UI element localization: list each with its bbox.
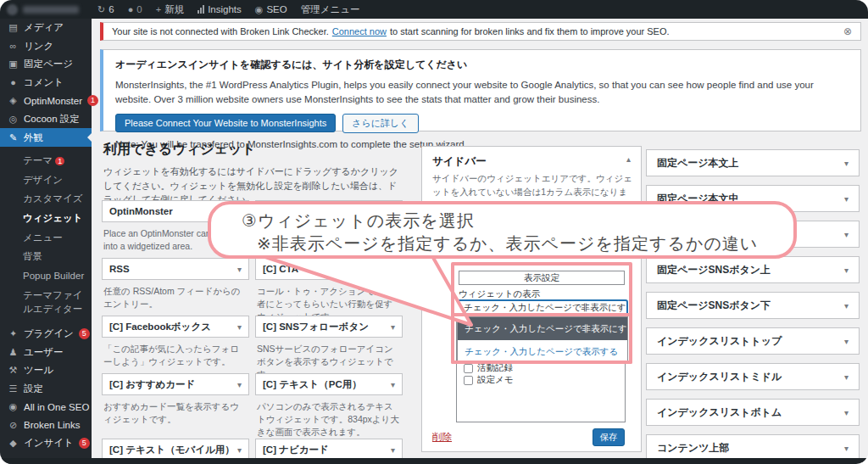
chevron-down-icon: ▾ — [237, 322, 242, 332]
widget-card-header[interactable]: [C] Facebookボックス ▾ — [102, 316, 249, 338]
sidebar-menu-item[interactable]: ♟ ユーザー — [0, 344, 92, 362]
sidebar-menu-item[interactable]: ✦ プラグイン 5 — [0, 325, 92, 344]
widget-card-title: [C] SNSフォローボタン — [263, 321, 369, 333]
notice-text-after: to start scanning for broken links and f… — [390, 26, 670, 36]
callout-line2: ※非表示ページを指定するか、表示ページを指定するかの違い — [242, 232, 793, 255]
seo-gear-icon: ◉ — [255, 4, 264, 15]
checkbox-icon[interactable] — [464, 376, 473, 385]
chevron-down-icon: ▾ — [844, 159, 849, 168]
widget-card-header[interactable]: [C] CTA ▾ — [255, 258, 403, 280]
appearance-submenu-item[interactable]: 背景 — [0, 247, 92, 266]
appearance-submenu-item[interactable]: テーマ 1 — [0, 151, 92, 171]
appearance-submenu: テーマ 1 デザイン カスタマイズ ウィジェット — [0, 147, 92, 325]
sidebar-menu-item[interactable]: ◎ Cocoon 設定 — [0, 110, 92, 129]
site-name-blurred[interactable] — [23, 6, 79, 14]
updates-menu[interactable]: ↻ 6 — [97, 4, 114, 15]
sidebar-menu-item[interactable]: ● コメント — [0, 74, 92, 92]
connect-now-link[interactable]: Connect now — [332, 26, 387, 36]
widget-display-select[interactable]: チェック・入力したページで非表示にする ∨ — [457, 299, 628, 316]
seo-menu[interactable]: ◉ SEO — [255, 4, 287, 15]
plus-icon: + — [156, 4, 161, 14]
chevron-down-icon: ▾ — [844, 301, 849, 310]
widget-area-accordion[interactable]: 固定ページ本文上 ▾ — [646, 149, 860, 176]
cocoon-icon: ◎ — [8, 114, 19, 125]
broken-links-icon: ⊘ — [8, 420, 19, 431]
dismiss-notice-icon[interactable]: ⊗ — [843, 25, 852, 37]
submenu-item-label: ウィジェット — [23, 213, 83, 223]
widget-area-title: 固定ページ本文上 — [657, 156, 739, 171]
checkbox-row[interactable]: 設定メモ — [464, 374, 514, 386]
submenu-item-label: メニュー — [23, 232, 63, 243]
chevron-down-icon: ▾ — [844, 230, 849, 239]
monsterinsights-body: MonsterInsights, the #1 WordPress Analyt… — [115, 78, 849, 108]
appearance-submenu-item[interactable]: テーマファイルエディター — [0, 286, 92, 319]
submenu-item-label: テーマ — [23, 155, 53, 165]
appearance-icon: ✎ — [8, 132, 19, 143]
settings-icon: ☰ — [8, 383, 19, 394]
select-options-dropdown: チェック・入力したページで非表示にする チェック・入力したページで表示する — [457, 316, 628, 364]
widget-area-accordion[interactable]: 固定ページSNSボタン下 ▾ — [646, 292, 860, 319]
sidebar-menu-item[interactable]: ◆ インサイト 5 — [0, 434, 92, 453]
sidebar-menu-item[interactable]: ▣ 固定ページ — [0, 55, 92, 74]
widget-area-accordion[interactable]: 固定ページSNSボタン上 ▾ — [646, 256, 860, 283]
learn-more-button[interactable]: さらに詳しく — [342, 114, 418, 133]
widget-area-accordion[interactable]: インデックスリストボトム ▾ — [646, 399, 860, 426]
select-option[interactable]: チェック・入力したページで表示する — [458, 340, 627, 363]
widget-card-header[interactable]: [C] SNSフォローボタン ▾ — [255, 316, 403, 338]
widget-card-header[interactable]: RSS ▾ — [102, 258, 249, 280]
widget-card: [C] SNSフォローボタン ▾ SNSサービスのフォローアイコンボタンを表示す… — [255, 316, 403, 373]
sidebar-menu-item[interactable]: ◉ All in One SEO — [0, 398, 92, 416]
sidebar-panel-title: サイドバー — [432, 154, 487, 169]
checkbox-icon[interactable] — [464, 364, 473, 373]
chevron-down-icon: ▾ — [237, 265, 242, 274]
insights-menu[interactable]: Insights — [198, 4, 242, 14]
sidebar-menu-item[interactable]: ▤ メディア — [0, 19, 92, 37]
sidebar-item-appearance[interactable]: ✎ 外観 — [0, 128, 92, 147]
appearance-submenu-item[interactable]: デザイン — [0, 171, 92, 190]
widget-card-header[interactable]: [C] テキスト（PC用） ▾ — [255, 373, 403, 395]
notice-text-before: Your site is not connected with Broken L… — [112, 26, 329, 36]
widget-card-title: [C] ナビカード — [263, 444, 329, 456]
widget-area-title: 固定ページSNSボタン上 — [657, 263, 771, 277]
chevron-down-icon: ▾ — [844, 266, 849, 275]
appearance-submenu-item[interactable]: メニュー — [0, 228, 92, 248]
widget-area-accordion[interactable]: インデックスリストミドル ▾ — [646, 363, 860, 390]
widget-display-label: ウィジェットの表示 — [459, 288, 540, 300]
save-button[interactable]: 保存 — [593, 428, 625, 446]
sidebar-menu-item[interactable]: ◈ OptinMonster 1 — [0, 92, 92, 110]
appearance-submenu-item[interactable]: Popup Builder — [0, 266, 92, 286]
sidebar-menu-item[interactable]: ⊘ Broken Links — [0, 416, 92, 435]
admin-menu-item[interactable]: 管理メニュー — [301, 3, 360, 16]
sidebar-menu-item[interactable]: ⚒ ツール — [0, 361, 92, 380]
window-bottom-frame — [0, 458, 868, 464]
appearance-submenu-item[interactable]: カスタマイズ — [0, 189, 92, 209]
widget-card: [C] おすすめカード ▾ おすすめカード一覧を表示するウィジェットです。 — [102, 373, 249, 439]
connect-monsterinsights-button[interactable]: Please Connect Your Website to MonsterIn… — [115, 114, 336, 132]
widget-card: RSS ▾ 任意の RSS/Atom フィードからのエントリー。 — [102, 258, 249, 316]
widget-card-description: おすすめカード一覧を表示するウィジェットです。 — [102, 400, 249, 426]
admin-bar: ↻ 6 ● 0 + 新規 Insights ◉ SEO 管理メニュー — [0, 0, 868, 19]
menu-item-label: 設定 — [24, 383, 43, 395]
checkbox-row[interactable]: 活動記録 — [464, 362, 513, 374]
widget-card-header[interactable]: [C] おすすめカード ▾ — [102, 373, 249, 395]
callout-line1: ③ウィジェットの表示を選択 — [242, 210, 793, 232]
new-menu[interactable]: + 新規 — [156, 3, 184, 16]
widget-card-title: [C] おすすめカード — [109, 378, 195, 391]
sidebar-menu-item[interactable]: ☰ 設定 — [0, 380, 92, 399]
menu-item-label: All in One SEO — [24, 402, 89, 412]
collapse-up-icon[interactable]: ▴ — [626, 154, 631, 164]
widget-area-accordion[interactable]: インデックスリストトップ ▾ — [646, 327, 860, 355]
appearance-submenu-item[interactable]: ウィジェット — [0, 209, 92, 228]
sidebar-menu-item[interactable]: ∞ リンク — [0, 37, 92, 56]
widget-area-title: インデックスリストボトム — [657, 405, 782, 420]
display-settings-button[interactable]: 表示設定 — [459, 271, 625, 285]
select-option[interactable]: チェック・入力したページで非表示にする — [458, 317, 627, 340]
submenu-item-label: Popup Builder — [23, 271, 84, 281]
delete-link[interactable]: 削除 — [432, 431, 452, 444]
admin-menu-label: 管理メニュー — [301, 3, 360, 16]
wordpress-logo[interactable] — [7, 4, 18, 15]
widget-card-description: パソコンのみで表示されるテキストウィジェットです。834pxより大きな画面で表示… — [255, 400, 403, 439]
comments-icon: ● — [8, 77, 19, 87]
comments-menu[interactable]: ● 0 — [128, 4, 142, 14]
wordpress-admin-screen: ↻ 6 ● 0 + 新規 Insights ◉ SEO 管理メニュー ▤ — [0, 0, 868, 464]
